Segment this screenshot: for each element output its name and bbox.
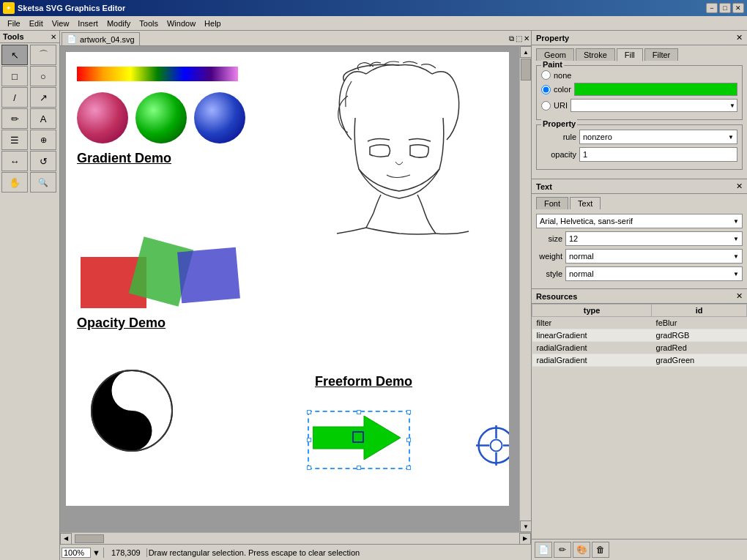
arrow-selection bbox=[308, 411, 410, 469]
tool-ellipse[interactable]: ○ bbox=[30, 66, 56, 86]
hscroll-thumb[interactable] bbox=[75, 534, 104, 543]
tab-filter[interactable]: Filter bbox=[644, 48, 678, 61]
close-button[interactable]: ✕ bbox=[732, 3, 744, 13]
sphere-green bbox=[135, 92, 187, 143]
vertical-scrollbar: ▲ ▼ bbox=[519, 46, 531, 532]
tab-geom[interactable]: Geom bbox=[536, 48, 574, 61]
rule-row: rule nonzero ▼ bbox=[541, 130, 737, 144]
canvas-wrapper[interactable]: Gradient Demo Opacity Demo bbox=[60, 46, 519, 532]
sphere-blue bbox=[194, 92, 245, 143]
tool-text[interactable]: A bbox=[30, 108, 56, 129]
main-layout: Tools ✕ ↖ ⌒ □ ○ / ↗ ✏ A ☰ ⊕ ↔ ↺ ✋ 🔍 📄 ar… bbox=[0, 31, 747, 560]
table-row: filter feBlur bbox=[532, 317, 747, 329]
res-id-3: gradGreen bbox=[652, 354, 747, 367]
res-type-1: linearGradient bbox=[532, 329, 652, 342]
tab-fill[interactable]: Fill bbox=[617, 48, 643, 61]
paint-color-radio[interactable] bbox=[541, 85, 551, 94]
style-dropdown[interactable]: normal ▼ bbox=[565, 266, 743, 281]
resources-panel-title: Resources bbox=[536, 292, 577, 301]
res-apply-button[interactable]: 🎨 bbox=[573, 542, 590, 558]
paint-none-radio[interactable] bbox=[541, 70, 551, 80]
canvas-scroll-area: Gradient Demo Opacity Demo bbox=[60, 46, 531, 532]
tools-panel-title: Tools bbox=[3, 32, 24, 41]
menu-edit[interactable]: Edit bbox=[25, 18, 48, 29]
style-row: style normal ▼ bbox=[536, 266, 743, 281]
cursor-coordinates: 178,309 bbox=[105, 548, 147, 557]
tab-stroke[interactable]: Stroke bbox=[576, 48, 615, 61]
canvas-tab-controls: ⧉ ⬚ ✕ bbox=[509, 34, 529, 43]
zoom-value[interactable]: 100% bbox=[62, 548, 91, 558]
font-dropdown[interactable]: Arial, Helvetica, sans-serif ▼ bbox=[536, 214, 743, 228]
maximize-button[interactable]: □ bbox=[719, 3, 731, 13]
tools-grid: ↖ ⌒ □ ○ / ↗ ✏ A ☰ ⊕ ↔ ↺ ✋ 🔍 bbox=[0, 43, 59, 194]
tool-zoom-in[interactable]: ⊕ bbox=[30, 130, 56, 150]
color-swatch[interactable] bbox=[574, 83, 737, 96]
vscroll-track[interactable] bbox=[520, 58, 531, 520]
tab-text[interactable]: Text bbox=[570, 197, 601, 209]
opacity-input[interactable] bbox=[579, 147, 737, 162]
tool-pencil[interactable]: ✏ bbox=[1, 108, 28, 129]
res-new-button[interactable]: 📄 bbox=[535, 542, 552, 558]
app-icon: ✦ bbox=[3, 2, 15, 14]
svg-marker-4 bbox=[313, 416, 401, 460]
rule-value: nonzero bbox=[583, 132, 612, 141]
tool-rotate[interactable]: ↺ bbox=[30, 151, 56, 171]
canvas-float-button[interactable]: ⬚ bbox=[516, 34, 522, 43]
status-bar: 100% ▼ 178,309 Draw rectangular selectio… bbox=[60, 544, 531, 560]
tool-rect[interactable]: □ bbox=[1, 66, 28, 86]
tool-bezier[interactable]: ⌒ bbox=[30, 45, 56, 65]
rule-dropdown[interactable]: nonzero ▼ bbox=[579, 130, 737, 144]
crosshair-target bbox=[476, 425, 509, 466]
tool-pattern[interactable]: ☰ bbox=[1, 130, 28, 150]
tool-select[interactable]: ↖ bbox=[1, 45, 28, 65]
col-id: id bbox=[652, 305, 747, 317]
minimize-button[interactable]: − bbox=[706, 3, 718, 13]
property-section-header: Property ✕ bbox=[532, 31, 747, 45]
canvas-close-button[interactable]: ✕ bbox=[524, 34, 529, 43]
vscroll-up[interactable]: ▲ bbox=[520, 46, 531, 58]
menu-tools[interactable]: Tools bbox=[135, 18, 163, 29]
menu-view[interactable]: View bbox=[48, 18, 74, 29]
res-edit-button[interactable]: ✏ bbox=[554, 542, 571, 558]
menu-insert[interactable]: Insert bbox=[73, 18, 103, 29]
canvas-tab[interactable]: 📄 artwork_04.svg bbox=[62, 32, 140, 45]
yin-yang bbox=[88, 367, 176, 455]
menu-modify[interactable]: Modify bbox=[103, 18, 135, 29]
hscroll-right[interactable]: ▶ bbox=[519, 533, 531, 545]
size-dropdown[interactable]: 12 ▼ bbox=[565, 231, 743, 246]
tool-hand[interactable]: ✋ bbox=[1, 172, 28, 193]
zoom-dropdown-arrow[interactable]: ▼ bbox=[92, 548, 100, 557]
vscroll-down[interactable]: ▼ bbox=[520, 520, 531, 532]
style-dropdown-arrow: ▼ bbox=[733, 271, 739, 277]
hscroll-left[interactable]: ◀ bbox=[60, 533, 72, 545]
opacity-demo-label: Opacity Demo bbox=[77, 316, 166, 331]
paint-none-label: none bbox=[554, 71, 571, 80]
tool-line[interactable]: / bbox=[1, 87, 28, 108]
res-delete-button[interactable]: 🗑 bbox=[592, 542, 609, 558]
tool-move[interactable]: ↔ bbox=[1, 151, 28, 171]
table-row: radialGradient gradGreen bbox=[532, 354, 747, 367]
resources-scroll[interactable]: type id filter feBlur linearGradient gra… bbox=[532, 304, 747, 539]
text-panel-close[interactable]: ✕ bbox=[736, 182, 743, 191]
resources-panel-close[interactable]: ✕ bbox=[736, 291, 743, 301]
property-section-close[interactable]: ✕ bbox=[736, 33, 743, 42]
vscroll-thumb[interactable] bbox=[521, 59, 531, 81]
menu-file[interactable]: File bbox=[3, 18, 25, 29]
zoom-control: 100% ▼ bbox=[62, 548, 104, 558]
canvas-tab-title: artwork_04.svg bbox=[80, 35, 135, 44]
tools-panel-close[interactable]: ✕ bbox=[51, 33, 56, 41]
hscroll-track[interactable] bbox=[72, 534, 519, 544]
uri-dropdown-arrow: ▼ bbox=[729, 102, 735, 109]
canvas-main: Gradient Demo Opacity Demo bbox=[60, 46, 531, 544]
menu-help[interactable]: Help bbox=[200, 18, 226, 29]
tool-node[interactable]: ↗ bbox=[30, 87, 56, 108]
weight-dropdown[interactable]: normal ▼ bbox=[565, 249, 743, 264]
paint-uri-radio[interactable] bbox=[541, 101, 551, 111]
paint-color-row: color bbox=[541, 83, 737, 96]
canvas-restore-button[interactable]: ⧉ bbox=[509, 34, 514, 43]
paint-group-label: Paint bbox=[541, 60, 564, 69]
tool-zoom[interactable]: 🔍 bbox=[30, 172, 56, 193]
uri-dropdown[interactable]: ▼ bbox=[571, 99, 737, 112]
tab-font[interactable]: Font bbox=[536, 197, 568, 209]
menu-window[interactable]: Window bbox=[163, 18, 200, 29]
